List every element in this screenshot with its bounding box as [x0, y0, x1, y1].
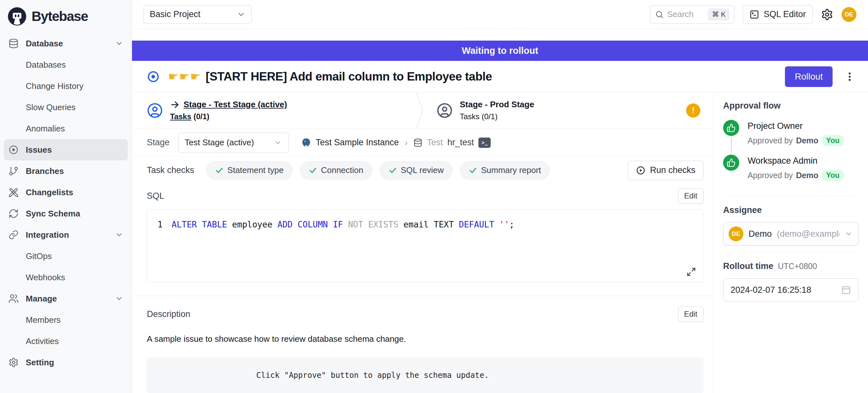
- sidebar-item-label: GitOps: [26, 251, 52, 261]
- approved-by-text: Approved by: [748, 136, 793, 145]
- stage-tab-test-texts: Stage - Test Stage (active) Tasks (0/1): [170, 99, 287, 121]
- user-avatar[interactable]: DE: [842, 7, 857, 22]
- run-checks-label: Run checks: [650, 165, 695, 175]
- sidebar-item-setting[interactable]: Setting: [4, 352, 128, 373]
- stage-tab-test-tasks: Tasks: [170, 112, 191, 121]
- play-circle-icon: [636, 165, 646, 175]
- sql-token: ;: [509, 220, 515, 229]
- stage-selector-row: Stage Test Stage (active) Test Sample I: [132, 128, 713, 157]
- sidebar-item-databases[interactable]: Databases: [4, 54, 128, 75]
- instance-name[interactable]: Test Sample Instance: [316, 138, 399, 148]
- sidebar-item-label: Branches: [26, 166, 64, 176]
- stage-tab-test[interactable]: Stage - Test Stage (active) Tasks (0/1): [132, 92, 415, 128]
- sidebar-item-changelists[interactable]: Changelists: [4, 182, 128, 203]
- status-banner: Waiting to rollout: [132, 40, 868, 61]
- approver-name: Demo: [796, 136, 818, 145]
- search-input[interactable]: Search ⌘ K: [650, 5, 734, 24]
- expand-icon[interactable]: [686, 267, 696, 277]
- sidebar-item-manage[interactable]: Manage: [4, 288, 128, 309]
- chevron-down-icon: [115, 231, 123, 239]
- sql-edit-button[interactable]: Edit: [678, 188, 704, 204]
- run-checks-button[interactable]: Run checks: [628, 161, 704, 180]
- sidebar-item-gitops[interactable]: GitOps: [4, 245, 128, 267]
- rollout-time-value: 2024-02-07 16:25:18: [731, 285, 841, 295]
- issue-page: Waiting to rollout ☛☛☛ [START HERE] Add …: [132, 29, 868, 393]
- database-icon: [413, 138, 423, 147]
- sql-token: ALTER TABLE: [172, 220, 227, 229]
- sidebar-item-webhooks[interactable]: Webhooks: [4, 267, 128, 288]
- issue-main-column: Stage - Test Stage (active) Tasks (0/1): [132, 92, 713, 393]
- approver-name: Demo: [796, 171, 818, 180]
- stage-tab-prod[interactable]: Stage - Prod Stage Tasks (0/1) !: [424, 92, 713, 128]
- rollout-timezone: UTC+0800: [778, 262, 817, 271]
- circle-dot-icon: [8, 145, 19, 155]
- sidebar-item-label: Integration: [26, 230, 69, 240]
- sql-token: employee: [227, 220, 278, 229]
- approval-status: Approved byDemoYou: [748, 170, 844, 181]
- sidebar-item-label: Slow Queries: [26, 102, 76, 113]
- chevron-down-icon: [844, 230, 853, 238]
- flow-connector: [731, 138, 732, 153]
- warning-badge: !: [686, 103, 700, 118]
- bytebase-logo-icon: [7, 6, 27, 26]
- sql-token: '': [499, 220, 509, 229]
- sidebar-item-label: Anomalies: [26, 124, 65, 134]
- issue-title-row: ☛☛☛ [START HERE] Add email column to Emp…: [132, 61, 868, 92]
- rollout-time-input[interactable]: 2024-02-07 16:25:18: [723, 278, 858, 302]
- open-in-sql-editor-icon[interactable]: >_: [478, 138, 491, 148]
- check-icon: [469, 166, 477, 175]
- database-name[interactable]: hr_test: [447, 138, 474, 148]
- rollout-time-section: Rollout time UTC+0800 2024-02-07 16:25:1…: [723, 252, 858, 302]
- approval-step-texts: Workspace AdminApproved byDemoYou: [748, 155, 844, 189]
- user-circle-icon: [147, 102, 163, 119]
- sidebar-item-integration[interactable]: Integration: [4, 224, 128, 245]
- approval-step-iconcol: [723, 155, 739, 189]
- sidebar-item-label: Webhooks: [26, 273, 65, 282]
- line-number: 1: [147, 218, 172, 231]
- bytebase-logo[interactable]: Bytebase: [0, 0, 132, 31]
- sidebar-item-members[interactable]: Members: [4, 309, 128, 331]
- rollout-button[interactable]: Rollout: [785, 66, 833, 87]
- settings-gear-icon[interactable]: [821, 8, 833, 21]
- sql-code-editor[interactable]: 1 ALTER TABLE employee ADD COLUMN IF NOT…: [147, 209, 704, 282]
- sql-token: [494, 220, 499, 229]
- main-area: Basic Project Search ⌘ K SQL E: [132, 0, 868, 393]
- topbar: Basic Project Search ⌘ K SQL E: [132, 0, 868, 29]
- stage-select[interactable]: Test Stage (active): [178, 133, 289, 153]
- task-check-chip-summary-report[interactable]: Summary report: [460, 161, 550, 179]
- stage-select-value: Test Stage (active): [185, 138, 254, 148]
- check-icon: [215, 166, 223, 175]
- sidebar-item-anomalies[interactable]: Anomalies: [4, 118, 128, 139]
- issue-title: [START HERE] Add email column to Employe…: [206, 70, 492, 84]
- approval-step-project-owner: Project OwnerApproved byDemoYou: [723, 120, 858, 155]
- task-checks-label: Task checks: [147, 165, 194, 175]
- sidebar-item-slow-queries[interactable]: Slow Queries: [4, 97, 128, 118]
- issue-body: Stage - Test Stage (active) Tasks (0/1): [132, 92, 868, 393]
- sidebar-item-branches[interactable]: Branches: [4, 160, 128, 182]
- assignee-section: Assignee DE Demo (demo@example: [723, 196, 858, 245]
- task-check-chip-sql-review[interactable]: SQL review: [380, 161, 452, 179]
- sidebar-item-sync-schema[interactable]: Sync Schema: [4, 203, 128, 224]
- stage-label: Stage: [147, 138, 170, 148]
- calendar-icon[interactable]: [841, 285, 851, 295]
- sidebar-item-activities[interactable]: Activities: [4, 331, 128, 352]
- sidebar-item-label: Databases: [26, 60, 66, 70]
- sidebar-item-database[interactable]: Database: [4, 33, 128, 54]
- more-options-icon[interactable]: [844, 71, 855, 82]
- approved-by-text: Approved by: [748, 171, 793, 180]
- sql-editor-button[interactable]: SQL Editor: [743, 5, 813, 24]
- database-breadcrumb: Test Sample Instance › Test hr_test >_: [301, 138, 491, 148]
- project-selector[interactable]: Basic Project: [144, 5, 252, 24]
- approval-step-workspace-admin: Workspace AdminApproved byDemoYou: [723, 155, 858, 189]
- sidebar-item-label: Activities: [26, 336, 59, 346]
- approval-role: Workspace Admin: [748, 156, 844, 166]
- issue-actions: Rollout: [785, 66, 855, 87]
- task-check-chip-statement-type[interactable]: Statement type: [206, 161, 292, 179]
- task-check-chip-connection[interactable]: Connection: [300, 161, 372, 179]
- description-edit-button[interactable]: Edit: [678, 306, 704, 322]
- description-code-block: Click "Approve" button to apply the sche…: [147, 358, 704, 393]
- sidebar-item-change-history[interactable]: Change History: [4, 75, 128, 97]
- assignee-select[interactable]: DE Demo (demo@example: [723, 222, 858, 245]
- sidebar-item-issues[interactable]: Issues: [4, 139, 128, 160]
- approval-status: Approved byDemoYou: [748, 135, 844, 146]
